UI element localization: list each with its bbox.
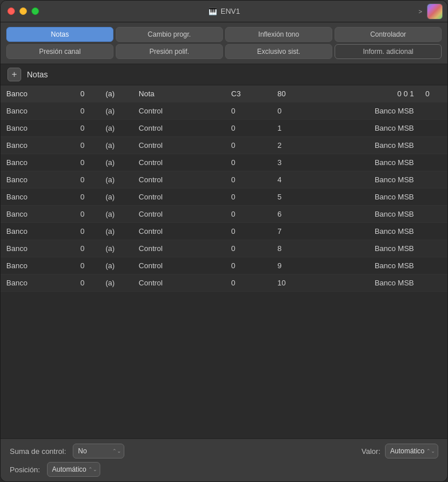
suma-select[interactable]: NoSí [73,444,124,459]
content-area: + Notas Banco0(a)NotaC3800 0 10Banco0(a)… [1,64,447,438]
tab-row-2: Presión canal Presión polif. Exclusivo s… [6,44,442,59]
posicion-select-wrapper: AutomáticoManual [47,462,100,477]
valor-select[interactable]: AutomáticoManual [385,444,438,459]
table-row[interactable]: Banco0(a)Control05Banco MSB [1,189,447,206]
valor-section: Valor: AutomáticoManual [361,444,438,459]
valor-select-wrapper: AutomáticoManual [385,444,438,459]
table-row[interactable]: Banco0(a)Control01Banco MSB [1,120,447,137]
table-row[interactable]: Banco0(a)Control00Banco MSB [1,103,447,120]
tab-inform[interactable]: Inform. adicional [335,44,442,59]
title-text: ENV1 [221,7,240,15]
main-window: 🎹 ENV1 > Notas Cambio progr. Inflexión t… [0,0,448,482]
posicion-label: Posición: [10,465,40,474]
window-title: 🎹 ENV1 [208,7,240,16]
bottom-row-1: Suma de control: NoSí Valor: AutomáticoM… [10,444,438,459]
tab-cambio[interactable]: Cambio progr. [116,27,223,42]
title-icon: 🎹 [208,7,217,16]
traffic-lights [7,7,39,15]
table-row[interactable]: Banco0(a)Control06Banco MSB [1,206,447,223]
tab-presion-canal[interactable]: Presión canal [6,44,113,59]
add-button[interactable]: + [7,68,21,81]
data-table: Banco0(a)NotaC3800 0 10Banco0(a)Control0… [1,85,447,292]
table-row[interactable]: Banco0(a)NotaC3800 0 10 [1,85,447,103]
close-button[interactable] [7,7,15,15]
section-title: Notas [27,70,48,79]
bottom-row-2: Posición: AutomáticoManual [10,462,438,477]
table-row[interactable]: Banco0(a)Control09Banco MSB [1,257,447,275]
table-row[interactable]: Banco0(a)Control03Banco MSB [1,154,447,171]
tab-controlador[interactable]: Controlador [335,27,442,42]
palette-button[interactable] [427,3,443,19]
posicion-select[interactable]: AutomáticoManual [47,462,100,477]
tab-inflexion[interactable]: Inflexión tono [225,27,332,42]
toolbar-row: + Notas [1,64,447,85]
table-row[interactable]: Banco0(a)Control08Banco MSB [1,240,447,257]
title-bar: 🎹 ENV1 > [1,1,447,22]
tab-row-1: Notas Cambio progr. Inflexión tono Contr… [6,27,442,42]
suma-select-wrapper: NoSí [73,444,124,459]
expand-button[interactable]: > [416,7,425,16]
tab-section: Notas Cambio progr. Inflexión tono Contr… [1,22,447,64]
suma-label: Suma de control: [10,447,66,456]
tab-notas[interactable]: Notas [6,27,113,42]
tab-exclusivo[interactable]: Exclusivo sist. [225,44,332,59]
top-right-controls: > [416,1,443,22]
valor-label: Valor: [361,447,380,456]
table-row[interactable]: Banco0(a)Control010Banco MSB [1,275,447,292]
bottom-bar: Suma de control: NoSí Valor: AutomáticoM… [1,438,447,481]
table-row[interactable]: Banco0(a)Control02Banco MSB [1,137,447,154]
table-container[interactable]: Banco0(a)NotaC3800 0 10Banco0(a)Control0… [1,85,447,438]
tab-presion-polif[interactable]: Presión polif. [116,44,223,59]
minimize-button[interactable] [19,7,27,15]
table-row[interactable]: Banco0(a)Control07Banco MSB [1,223,447,240]
table-row[interactable]: Banco0(a)Control04Banco MSB [1,171,447,189]
maximize-button[interactable] [32,7,39,15]
